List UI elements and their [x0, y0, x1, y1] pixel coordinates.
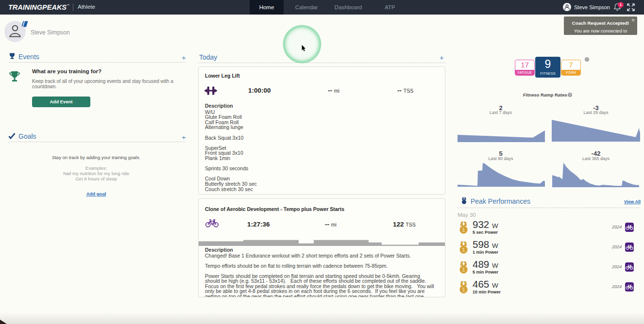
svg-text:1: 1 [462, 287, 465, 292]
svg-text:1: 1 [462, 227, 465, 233]
svg-text:1: 1 [462, 267, 465, 273]
svg-text:1: 1 [462, 247, 465, 253]
